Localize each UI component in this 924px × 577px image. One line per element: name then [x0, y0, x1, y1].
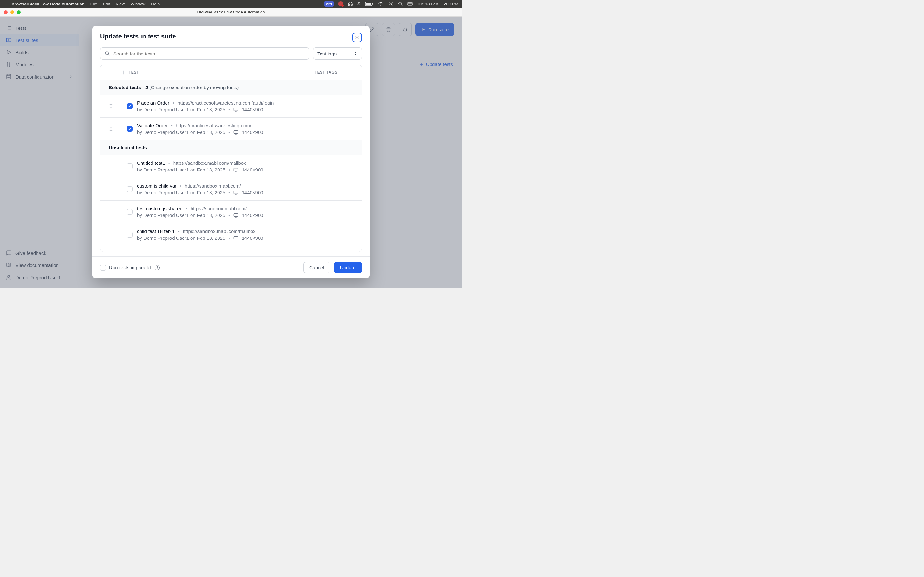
menu-help[interactable]: Help: [151, 2, 160, 6]
test-row-unselected: test custom js shared • https://sandbox.…: [100, 201, 362, 223]
test-checkbox[interactable]: [127, 163, 132, 169]
search-tests-input[interactable]: [113, 51, 305, 56]
menu-file[interactable]: File: [90, 2, 97, 6]
test-row-unselected: child test 18 feb 1 • https://sandbox.ma…: [100, 223, 362, 246]
svg-point-20: [110, 129, 111, 129]
zoom-menubar-icon[interactable]: zm: [325, 1, 334, 7]
test-checkbox[interactable]: [127, 186, 132, 192]
menu-view[interactable]: View: [116, 2, 125, 6]
cancel-button[interactable]: Cancel: [303, 262, 330, 273]
test-url: https://sandbox.mabl.com/: [185, 183, 241, 189]
test-author: Demo Preprod User1: [144, 107, 189, 112]
test-row-selected: Place an Order • https://practicesoftwar…: [100, 95, 362, 118]
macos-menubar:  BrowserStack Low Code Automation File …: [0, 0, 462, 8]
search-tests-input-wrapper[interactable]: [100, 47, 309, 60]
window-titlebar: BrowserStack Low Code Automation: [0, 8, 462, 17]
test-tags-label: Test tags: [317, 51, 336, 56]
window-zoom-button[interactable]: [17, 10, 21, 14]
modal-close-button[interactable]: [352, 33, 362, 42]
test-tags-select[interactable]: Test tags: [313, 47, 362, 60]
update-button[interactable]: Update: [334, 262, 362, 273]
svg-point-18: [110, 127, 111, 127]
menu-window[interactable]: Window: [131, 2, 145, 6]
modal-overlay[interactable]: Update tests in test suite Test tags: [0, 17, 462, 288]
apple-logo-icon[interactable]: : [4, 1, 6, 7]
test-row-unselected: custom js child var • https://sandbox.ma…: [100, 178, 362, 201]
svg-point-14: [111, 106, 112, 107]
test-date: Feb 18, 2025: [197, 107, 225, 112]
tools-menubar-icon[interactable]: [388, 1, 393, 6]
test-name: Untitled test1: [137, 160, 165, 166]
select-all-checkbox[interactable]: [118, 69, 124, 75]
unselected-tests-section-header: Unselected tests: [100, 140, 362, 155]
svg-point-19: [111, 127, 112, 127]
svg-rect-17: [234, 108, 238, 111]
test-checkbox[interactable]: [127, 103, 132, 109]
svg-rect-6: [407, 4, 412, 5]
test-resolution: 1440×900: [242, 107, 263, 112]
monitor-icon: [233, 168, 238, 172]
tests-table-body: Place an Order • https://practicesoftwar…: [100, 95, 362, 251]
select-chevron-icon: [353, 51, 358, 56]
test-row-unselected: Untitled test1 • https://sandbox.mabl.co…: [100, 155, 362, 178]
drag-handle-icon[interactable]: [109, 126, 113, 132]
spotlight-search-icon[interactable]: [398, 1, 403, 6]
menubar-date[interactable]: Tue 18 Feb: [417, 2, 438, 6]
test-name: Validate Order: [137, 123, 168, 128]
modal-title: Update tests in test suite: [100, 33, 176, 40]
svg-point-12: [111, 104, 112, 105]
test-name: custom js child var: [137, 183, 176, 189]
monitor-icon: [233, 107, 238, 112]
wifi-menubar-icon[interactable]: [378, 2, 384, 6]
test-checkbox[interactable]: [127, 232, 132, 237]
test-checkbox[interactable]: [127, 209, 132, 215]
column-header-test: TEST: [129, 70, 315, 75]
drag-handle-icon[interactable]: [109, 103, 113, 109]
headphones-menubar-icon[interactable]: [348, 1, 353, 6]
table-header: TEST TEST TAGS: [100, 65, 362, 80]
monitor-icon: [233, 213, 238, 218]
selected-tests-section-header: Selected tests - 2 (Change execution ord…: [100, 80, 362, 95]
svg-point-22: [110, 130, 111, 131]
svg-point-23: [111, 130, 112, 131]
menubar-time[interactable]: 5:09 PM: [443, 2, 458, 6]
svg-point-21: [111, 129, 112, 129]
run-parallel-label: Run tests in parallel: [109, 265, 152, 270]
svg-point-4: [399, 2, 401, 5]
run-parallel-checkbox[interactable]: [100, 265, 106, 271]
tests-table: TEST TEST TAGS Selected tests - 2 (Chang…: [100, 65, 362, 252]
control-center-icon[interactable]: [407, 2, 413, 6]
test-url: https://sandbox.mabl.com/mailbox: [183, 229, 256, 234]
window-minimize-button[interactable]: [10, 10, 14, 14]
svg-point-10: [105, 52, 109, 55]
window-close-button[interactable]: [4, 10, 8, 14]
svg-point-13: [110, 106, 111, 107]
menubar-app-name[interactable]: BrowserStack Low Code Automation: [11, 2, 85, 6]
menu-edit[interactable]: Edit: [103, 2, 110, 6]
svg-rect-26: [234, 191, 238, 193]
info-icon[interactable]: i: [155, 265, 160, 270]
record-menubar-icon[interactable]: [338, 1, 343, 6]
run-parallel-option[interactable]: Run tests in parallel i: [100, 265, 160, 271]
test-name: Place an Order: [137, 100, 170, 105]
monitor-icon: [233, 130, 238, 135]
test-checkbox[interactable]: [127, 126, 132, 132]
svg-rect-28: [234, 236, 238, 239]
column-header-tags: TEST TAGS: [315, 70, 353, 75]
svg-rect-5: [407, 2, 412, 3]
test-url: https://sandbox.mabl.com/: [191, 206, 247, 211]
search-icon: [104, 51, 110, 56]
svg-rect-1: [366, 3, 371, 5]
test-url: https://practicesoftwaretesting.com/: [176, 123, 251, 128]
battery-menubar-icon[interactable]: [365, 2, 373, 6]
svg-rect-25: [234, 168, 238, 171]
s-menubar-icon[interactable]: S: [357, 1, 360, 6]
svg-point-11: [110, 104, 111, 105]
svg-point-15: [110, 107, 111, 108]
test-name: test custom js shared: [137, 206, 183, 211]
svg-rect-24: [234, 131, 238, 133]
monitor-icon: [233, 236, 238, 240]
svg-point-3: [380, 5, 381, 5]
test-row-selected: Validate Order • https://practicesoftwar…: [100, 118, 362, 140]
monitor-icon: [233, 190, 238, 195]
